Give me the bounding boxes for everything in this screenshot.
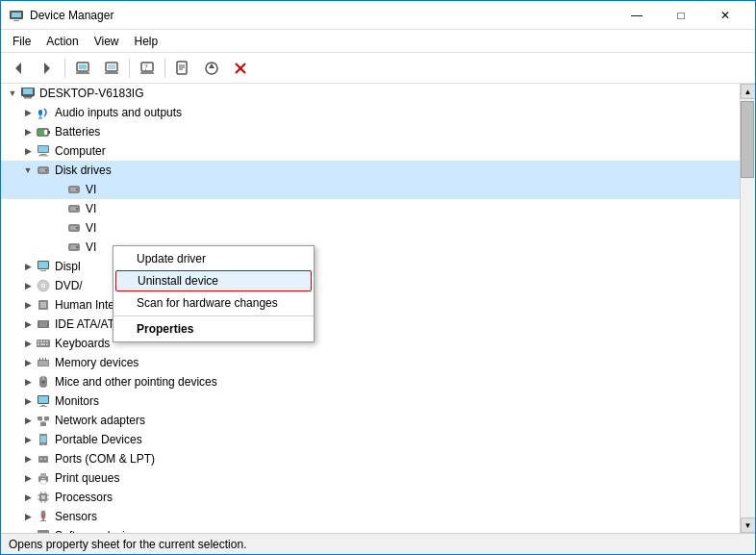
dvd-label: DVD/ [55, 279, 83, 292]
title-bar: Device Manager — □ ✕ [1, 1, 755, 30]
disk-item3-svg [66, 220, 82, 236]
main-content: ▼ DESKTOP-V6183IG ▶ [1, 84, 755, 533]
ide-expander[interactable]: ▶ [20, 316, 36, 332]
scrollbar[interactable]: ▲ ▼ [740, 84, 755, 533]
context-menu-properties[interactable]: Properties [113, 318, 314, 340]
audio-icon [36, 105, 51, 120]
status-text: Opens property sheet for the current sel… [9, 538, 246, 551]
battery-svg [36, 124, 51, 139]
help-button[interactable]: ? [134, 56, 161, 81]
display-label: Displ [55, 260, 81, 273]
svg-line-86 [39, 420, 43, 422]
properties-button[interactable] [169, 56, 196, 81]
memory-expander[interactable]: ▶ [20, 355, 36, 370]
svg-rect-1 [12, 13, 21, 17]
toolbar: ? [1, 53, 755, 84]
print-expander[interactable]: ▶ [20, 470, 36, 486]
audio-expander[interactable]: ▶ [20, 105, 36, 120]
tree-item-network[interactable]: ▶ Network adapters [1, 411, 740, 430]
dvd-expander[interactable]: ▶ [20, 278, 36, 293]
tree-item-software[interactable]: ▶ </> Software devices [1, 526, 740, 533]
show-hidden-button[interactable] [98, 56, 125, 81]
tree-item-processors[interactable]: ▶ [1, 488, 740, 507]
uninstall-button[interactable] [227, 56, 254, 81]
root-expander[interactable]: ▼ [5, 86, 20, 101]
minimize-button[interactable]: — [615, 1, 659, 30]
tree-item-computer[interactable]: ▶ Computer [1, 141, 740, 161]
disk-drives-expander[interactable]: ▼ [20, 163, 36, 178]
tree-item-vi1[interactable]: VI [1, 180, 740, 199]
tree-item-ports[interactable]: ▶ Ports (COM & LPT) [1, 449, 740, 468]
tree-panel[interactable]: ▼ DESKTOP-V6183IG ▶ [1, 84, 740, 533]
tree-item-monitors[interactable]: ▶ Monitors [1, 391, 740, 411]
uninstall-icon [233, 61, 248, 76]
maximize-button[interactable]: □ [659, 1, 703, 30]
keyboards-expander[interactable]: ▶ [20, 336, 36, 351]
menu-action[interactable]: Action [38, 33, 86, 50]
back-button[interactable] [5, 56, 32, 81]
up-button[interactable] [69, 56, 96, 81]
sensors-expander[interactable]: ▶ [20, 509, 36, 524]
vi3-expander [51, 220, 66, 236]
root-label: DESKTOP-V6183IG [39, 87, 144, 100]
network-expander[interactable]: ▶ [20, 413, 36, 428]
tree-item-batteries[interactable]: ▶ Batteries [1, 122, 740, 141]
print-icon [36, 470, 51, 486]
svg-rect-25 [23, 96, 33, 97]
tree-item-audio[interactable]: ▶ Audio inputs and outputs [1, 103, 740, 122]
display-expander[interactable]: ▶ [20, 259, 36, 274]
svg-rect-34 [40, 154, 46, 155]
processors-expander[interactable]: ▶ [20, 490, 36, 505]
tree-item-portable[interactable]: ▶ Portable Devices [1, 430, 740, 449]
forward-button[interactable] [34, 56, 61, 81]
tree-item-vi3[interactable]: VI [1, 218, 740, 238]
vi4-icon [66, 240, 82, 255]
mice-expander[interactable]: ▶ [20, 374, 36, 390]
svg-rect-85 [40, 422, 46, 426]
update-driver-button[interactable] [198, 56, 225, 81]
menu-file[interactable]: File [5, 33, 38, 50]
tree-item-print[interactable]: ▶ Print queues [1, 468, 740, 488]
print-label: Print queues [55, 471, 119, 485]
portable-expander[interactable]: ▶ [20, 432, 36, 447]
monitors-expander[interactable]: ▶ [20, 393, 36, 409]
context-menu-uninstall[interactable]: Uninstall device [115, 270, 312, 291]
computer-label: Computer [55, 144, 106, 158]
menu-view[interactable]: View [87, 33, 127, 50]
svg-rect-30 [48, 131, 50, 134]
tree-item-mice[interactable]: ▶ Mice and other pointing devices [1, 372, 740, 391]
batteries-expander[interactable]: ▶ [20, 124, 36, 139]
scroll-up-button[interactable]: ▲ [741, 84, 756, 99]
processors-icon [36, 490, 51, 505]
vi2-label: VI [86, 202, 96, 215]
svg-rect-33 [38, 146, 48, 152]
tree-item-vi2[interactable]: VI [1, 199, 740, 218]
software-expander[interactable]: ▶ [20, 528, 36, 533]
properties-icon [175, 61, 190, 76]
disk-item-svg [66, 182, 82, 197]
svg-rect-91 [38, 456, 48, 463]
computer-expander[interactable]: ▶ [20, 143, 36, 159]
dvd-icon [36, 278, 51, 293]
toolbar-sep-2 [129, 59, 130, 78]
svg-rect-80 [38, 396, 48, 403]
scroll-down-button[interactable]: ▼ [741, 517, 756, 533]
context-menu-update-driver[interactable]: Update driver [113, 248, 314, 269]
menu-help[interactable]: Help [127, 33, 166, 50]
memory-svg [36, 355, 51, 370]
software-icon: </> [36, 528, 51, 533]
tree-root[interactable]: ▼ DESKTOP-V6183IG [1, 84, 740, 103]
context-menu-scan[interactable]: Scan for hardware changes [113, 292, 314, 314]
hid-expander[interactable]: ▶ [20, 297, 36, 313]
tree-item-memory[interactable]: ▶ Memory devices [1, 353, 740, 372]
svg-rect-84 [44, 416, 49, 420]
tree-item-disk-drives[interactable]: ▼ Disk drives [1, 161, 740, 180]
svg-point-38 [45, 169, 47, 171]
tree-item-sensors[interactable]: ▶ Sensors [1, 507, 740, 526]
scroll-thumb[interactable] [741, 101, 754, 178]
svg-text:</>: </> [39, 532, 51, 533]
close-button[interactable]: ✕ [703, 1, 747, 30]
sensor-svg [36, 509, 51, 524]
ports-expander[interactable]: ▶ [20, 451, 36, 467]
back-icon [11, 61, 26, 76]
